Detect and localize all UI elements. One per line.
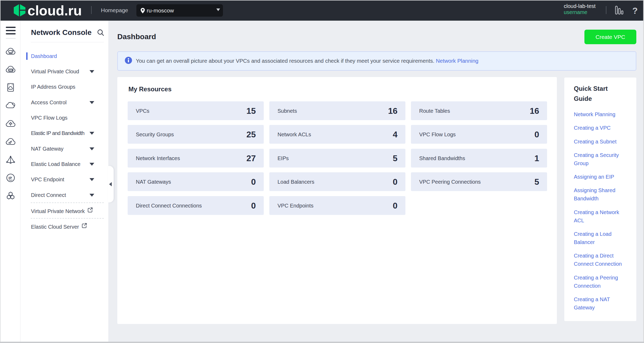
svg-text:IP: IP <box>8 176 12 180</box>
